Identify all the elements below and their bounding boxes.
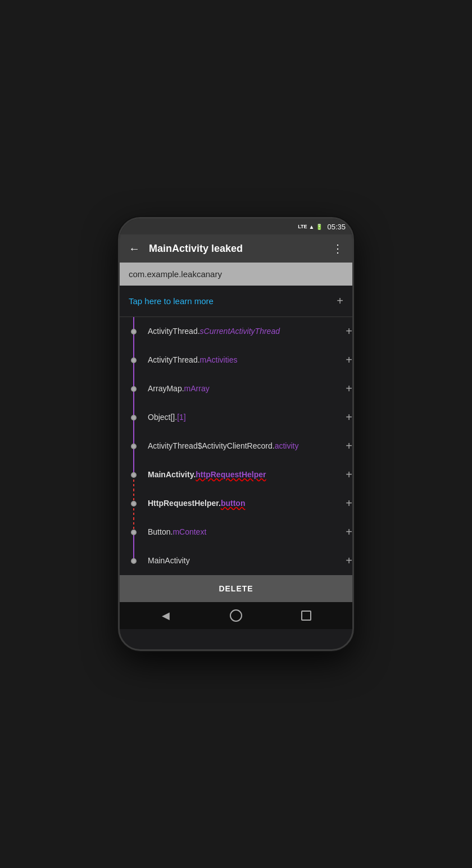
list-item: HttpRequestHelper.button + [120, 489, 352, 518]
timeline-dot [131, 358, 137, 363]
list-item: Object[].[1] + [120, 403, 352, 432]
leak-item-text: ActivityThread.mActivities [148, 355, 341, 365]
back-button[interactable]: ← [129, 242, 140, 255]
list-item: MainActivity.httpRequestHelper + [120, 460, 352, 489]
package-name: com.example.leakcanary [129, 269, 222, 279]
status-icons: LTE ▲ 🔋 [298, 224, 323, 230]
leak-item-text: ActivityThread.sCurrentActivityThread [148, 326, 341, 336]
timeline-dot [131, 386, 137, 392]
status-time: 05:35 [327, 223, 346, 231]
timeline-col [120, 489, 148, 518]
leak-scroll-area[interactable]: Tap here to learn more + ActivityThread.… [120, 286, 352, 575]
leak-item-text: MainActivity [148, 555, 341, 566]
item-suffix: mArray [184, 384, 210, 393]
battery-icon: 🔋 [316, 224, 323, 230]
timeline-col [120, 518, 148, 546]
item-expand-button[interactable]: + [341, 411, 352, 424]
item-expand-button[interactable]: + [341, 554, 352, 567]
list-item: ActivityThread.sCurrentActivityThread + [120, 317, 352, 346]
leak-item-text: MainActivity.httpRequestHelper [148, 469, 341, 480]
main-area: com.example.leakcanary Tap here to learn… [120, 263, 352, 602]
item-suffix: mContext [173, 527, 206, 536]
timeline-col [120, 317, 148, 346]
timeline-col [120, 346, 148, 374]
item-suffix: sCurrentActivityThread [200, 327, 280, 336]
toolbar-title: MainActivity leaked [149, 243, 323, 255]
timeline-dot [131, 444, 137, 449]
item-suffix: button [221, 499, 246, 508]
signal-icon: ▲ [309, 224, 315, 230]
back-nav-icon: ◀ [162, 609, 170, 622]
timeline-dot [131, 415, 137, 421]
item-expand-button[interactable]: + [341, 468, 352, 481]
status-bar: LTE ▲ 🔋 05:35 [120, 219, 352, 234]
item-expand-button[interactable]: + [341, 354, 352, 367]
toolbar: ← MainActivity leaked ⋮ [120, 234, 352, 263]
tap-here-plus[interactable]: + [332, 295, 343, 308]
item-suffix: [1] [177, 413, 186, 422]
timeline-dot [131, 558, 137, 564]
lte-icon: LTE [298, 224, 307, 229]
timeline-dot [131, 501, 137, 507]
package-header: com.example.leakcanary [120, 263, 352, 286]
leak-item-text: HttpRequestHelper.button [148, 498, 341, 508]
nav-bar: ◀ [120, 602, 352, 629]
phone-frame: LTE ▲ 🔋 05:35 ← MainActivity leaked ⋮ co… [118, 217, 354, 651]
timeline-dot [131, 329, 137, 334]
home-nav-button[interactable] [228, 607, 244, 624]
item-suffix: activity [275, 441, 299, 450]
leak-item-text: ActivityThread$ActivityClientRecord.acti… [148, 441, 341, 451]
timeline-dot [131, 472, 137, 478]
back-nav-button[interactable]: ◀ [157, 607, 174, 624]
item-expand-button[interactable]: + [341, 382, 352, 395]
item-label: MainActivity [148, 556, 190, 565]
leak-list: Tap here to learn more + ActivityThread.… [120, 286, 352, 575]
leak-item-text: Button.mContext [148, 527, 341, 537]
item-suffix: httpRequestHelper [196, 470, 266, 479]
leak-item-text: ArrayMap.mArray [148, 383, 341, 394]
recent-nav-icon [301, 611, 311, 621]
list-item: ArrayMap.mArray + [120, 374, 352, 403]
item-expand-button[interactable]: + [341, 440, 352, 453]
timeline-dot [131, 530, 137, 535]
tap-here-text[interactable]: Tap here to learn more [129, 296, 214, 306]
list-item: ActivityThread$ActivityClientRecord.acti… [120, 432, 352, 460]
home-nav-icon [230, 609, 242, 622]
list-item: ActivityThread.mActivities + [120, 346, 352, 374]
item-expand-button[interactable]: + [341, 526, 352, 539]
list-item: Button.mContext + [120, 518, 352, 546]
timeline-col [120, 460, 148, 489]
list-item: MainActivity + [120, 546, 352, 575]
timeline-col [120, 432, 148, 460]
item-suffix: mActivities [200, 355, 238, 364]
timeline-col [120, 403, 148, 432]
timeline-col [120, 546, 148, 575]
overflow-menu-button[interactable]: ⋮ [332, 242, 343, 255]
leak-item-text: Object[].[1] [148, 412, 341, 422]
item-expand-button[interactable]: + [341, 497, 352, 510]
delete-button[interactable]: DELETE [120, 575, 352, 602]
tap-here-item[interactable]: Tap here to learn more + [120, 286, 352, 317]
item-expand-button[interactable]: + [341, 325, 352, 338]
timeline-col [120, 374, 148, 403]
recent-nav-button[interactable] [298, 607, 315, 624]
